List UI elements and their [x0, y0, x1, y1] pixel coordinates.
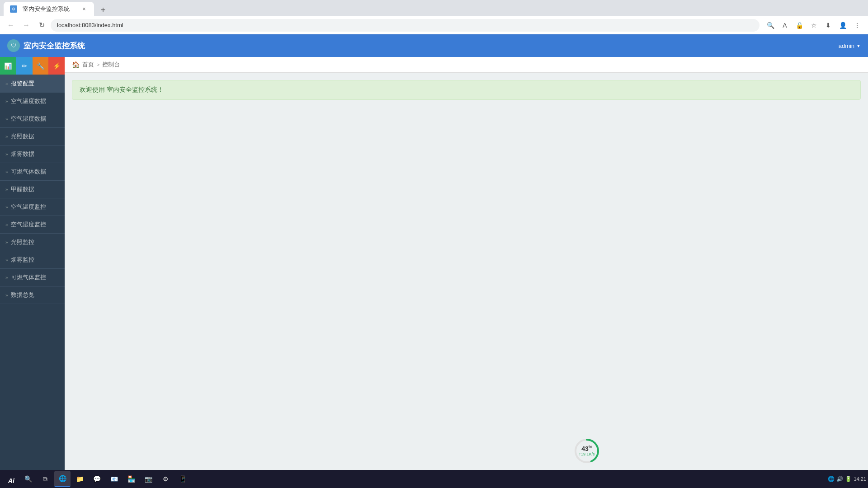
chevron-icon: »	[5, 222, 8, 227]
download-icon[interactable]: ⬇	[822, 19, 835, 32]
welcome-banner: 欢迎使用 室内安全监控系统！	[72, 80, 861, 100]
taskbar-icons: 🔍 ⧉ 🌐 📁 💬 📧 🏪 📷 ⚙ 📱	[20, 471, 191, 487]
chevron-icon: »	[5, 187, 8, 192]
taskbar-clock[interactable]: 14:21	[854, 476, 866, 482]
taskbar-browser-icon[interactable]: 🌐	[54, 471, 71, 487]
back-button[interactable]: ←	[5, 19, 17, 32]
address-input[interactable]	[51, 19, 760, 32]
sidebar-item-label: 甲醛数据	[11, 185, 34, 193]
sidebar-item-label: 烟雾数据	[11, 150, 34, 158]
sidebar-item-air-humidity-data[interactable]: » 空气湿度数据	[0, 110, 65, 128]
sidebar-item-gas-monitor[interactable]: » 可燃气体监控	[0, 269, 65, 286]
sidebar-tool-edit[interactable]: ✏	[16, 57, 33, 75]
address-bar-row: ← → ↻ 🔍 A 🔒 ☆ ⬇ 👤 ⋮	[0, 16, 868, 34]
browser-tab-active[interactable]: ⚙ 室内安全监控系统 ×	[4, 2, 94, 16]
sidebar-item-label: 可燃气体数据	[11, 168, 46, 176]
search-icon[interactable]: 🔍	[764, 19, 777, 32]
sidebar-item-air-temp-data[interactable]: » 空气温度数据	[0, 93, 65, 110]
chevron-icon: »	[5, 152, 8, 157]
tab-title: 室内安全监控系统	[23, 5, 70, 13]
shield-icon[interactable]: 🔒	[793, 19, 806, 32]
app-logo: 🛡	[7, 39, 20, 52]
chevron-icon: »	[5, 205, 8, 210]
tab-favicon: ⚙	[10, 5, 17, 13]
taskbar-chat-icon[interactable]: 💬	[89, 471, 105, 487]
ai-badge: Ai	[0, 474, 23, 488]
taskbar-network-icon[interactable]: 🌐	[828, 476, 835, 482]
chevron-icon: »	[5, 258, 8, 263]
sidebar-item-smoke-monitor[interactable]: » 烟雾监控	[0, 251, 65, 269]
username: admin	[839, 42, 854, 49]
forward-button[interactable]: →	[20, 19, 33, 32]
reload-button[interactable]: ↻	[35, 19, 48, 32]
sidebar-item-label: 空气温度数据	[11, 97, 46, 105]
chevron-icon: »	[5, 293, 8, 298]
welcome-text: 欢迎使用 室内安全监控系统！	[80, 86, 164, 93]
sidebar-tool-chart[interactable]: 📊	[0, 57, 16, 75]
sidebar-tool-settings[interactable]: 🔧	[33, 57, 49, 75]
tab-close-button[interactable]: ×	[80, 5, 88, 13]
sidebar-item-label: 空气湿度监控	[11, 221, 46, 229]
sidebar-item-label: 数据总览	[11, 291, 34, 299]
taskbar-volume-icon[interactable]: 🔊	[836, 476, 843, 482]
network-percent: 43%	[579, 445, 594, 452]
taskbar-mail-icon[interactable]: 📧	[106, 471, 122, 487]
profile-icon[interactable]: 👤	[836, 19, 849, 32]
chevron-icon: »	[5, 81, 8, 86]
sidebar-item-label: 光照监控	[11, 238, 34, 246]
network-monitor: 43% ↑19.1K/s	[572, 436, 601, 465]
chevron-icon: »	[5, 99, 8, 104]
home-icon[interactable]: 🏠	[72, 61, 80, 68]
taskbar-task-view-icon[interactable]: ⧉	[37, 471, 53, 487]
sidebar-item-air-temp-monitor[interactable]: » 空气温度监控	[0, 198, 65, 216]
sidebar-tool-power[interactable]: ⚡	[48, 57, 65, 75]
user-menu[interactable]: admin ▼	[839, 42, 861, 49]
sidebar-item-gas-data[interactable]: » 可燃气体数据	[0, 163, 65, 181]
taskbar-battery-icon[interactable]: 🔋	[845, 476, 852, 482]
menu-icon[interactable]: ⋮	[851, 19, 863, 32]
taskbar-store-icon[interactable]: 🏪	[123, 471, 139, 487]
breadcrumb: 🏠 首页 > 控制台	[65, 57, 868, 73]
sidebar-item-data-overview[interactable]: » 数据总览	[0, 286, 65, 304]
network-speed: ↑19.1K/s	[579, 452, 594, 457]
translate-icon[interactable]: A	[778, 19, 791, 32]
breadcrumb-separator: >	[97, 62, 99, 67]
sidebar-item-label: 报警配置	[11, 80, 34, 88]
taskbar: ⊞ 🔍 ⧉ 🌐 📁 💬 📧 🏪 📷 ⚙ 📱 🌐 🔊 🔋 14:21	[0, 470, 868, 488]
taskbar-phone-icon[interactable]: 📱	[175, 471, 191, 487]
sidebar-item-formaldehyde-data[interactable]: » 甲醛数据	[0, 181, 65, 198]
sidebar-item-label: 空气湿度数据	[11, 115, 46, 123]
chevron-icon: »	[5, 240, 8, 245]
sidebar-item-air-humidity-monitor[interactable]: » 空气湿度监控	[0, 216, 65, 234]
clock-time: 14:21	[854, 476, 866, 482]
taskbar-settings-icon[interactable]: ⚙	[157, 471, 174, 487]
sidebar-menu: » 报警配置 » 空气温度数据 » 空气湿度数据 » 光照数据	[0, 75, 65, 470]
chevron-icon: »	[5, 134, 8, 139]
app-header: 🛡 室内安全监控系统 admin ▼	[0, 34, 868, 57]
sidebar-toolbar: 📊 ✏ 🔧 ⚡	[0, 57, 65, 75]
main-content: 🏠 首页 > 控制台 欢迎使用 室内安全监控系统！	[65, 57, 868, 470]
chevron-icon: »	[5, 169, 8, 174]
breadcrumb-current: 控制台	[102, 61, 120, 69]
ai-label: Ai	[8, 477, 14, 484]
sidebar-item-alarm-config[interactable]: » 报警配置	[0, 75, 65, 93]
taskbar-right: 🌐 🔊 🔋 14:21	[828, 476, 866, 482]
breadcrumb-home-label[interactable]: 首页	[82, 61, 94, 69]
sidebar-item-smoke-data[interactable]: » 烟雾数据	[0, 145, 65, 163]
user-dropdown-arrow: ▼	[856, 43, 861, 48]
star-icon[interactable]: ☆	[807, 19, 820, 32]
sidebar-item-light-data[interactable]: » 光照数据	[0, 128, 65, 145]
sidebar: 📊 ✏ 🔧 ⚡ » 报警配置 » 空气温度数据 »	[0, 57, 65, 470]
app-title: 室内安全监控系统	[24, 41, 85, 51]
sidebar-item-light-monitor[interactable]: » 光照监控	[0, 234, 65, 251]
taskbar-photos-icon[interactable]: 📷	[140, 471, 156, 487]
chevron-icon: »	[5, 275, 8, 280]
sidebar-item-label: 光照数据	[11, 132, 34, 141]
sidebar-item-label: 烟雾监控	[11, 256, 34, 264]
new-tab-button[interactable]: +	[96, 4, 110, 16]
sidebar-item-label: 空气温度监控	[11, 203, 46, 211]
taskbar-folder-icon[interactable]: 📁	[71, 471, 88, 487]
chevron-icon: »	[5, 117, 8, 122]
sidebar-item-label: 可燃气体监控	[11, 273, 46, 282]
